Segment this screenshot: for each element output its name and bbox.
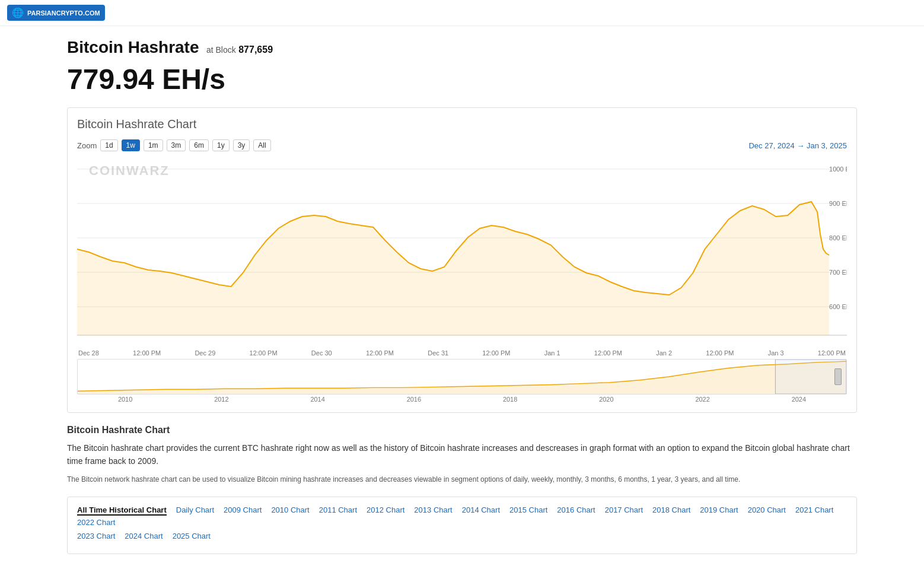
x-label-jan1: Jan 1 <box>544 349 560 357</box>
x-label-jan2: Jan 2 <box>656 349 672 357</box>
link-daily[interactable]: Daily Chart <box>176 505 214 516</box>
zoom-btn-6m[interactable]: 6m <box>189 139 209 151</box>
link-2011[interactable]: 2011 Chart <box>319 505 357 516</box>
svg-text:700 EH/s: 700 EH/s <box>829 269 847 276</box>
x-label-noon3: 12:00 PM <box>366 349 394 357</box>
x-label-noon6: 12:00 PM <box>706 349 734 357</box>
x-axis-labels: Dec 28 12:00 PM Dec 29 12:00 PM Dec 30 1… <box>77 349 847 357</box>
chart-links-row2: 2023 Chart 2024 Chart 2025 Chart <box>77 532 847 540</box>
mini-x-2012: 2012 <box>214 396 228 403</box>
link-2019[interactable]: 2019 Chart <box>700 505 738 516</box>
zoom-btn-3y[interactable]: 3y <box>233 139 250 151</box>
date-range-end: Jan 3, 2025 <box>807 141 847 150</box>
zoom-btn-1d[interactable]: 1d <box>100 139 117 151</box>
link-2010[interactable]: 2010 Chart <box>271 505 309 516</box>
link-2024[interactable]: 2024 Chart <box>125 532 163 540</box>
page-title: Bitcoin Hashrate <box>67 38 199 56</box>
link-2015[interactable]: 2015 Chart <box>509 505 547 516</box>
logo-bar: 🌐 PARSIANCRYPTO.COM <box>0 0 924 26</box>
date-range-start: Dec 27, 2024 <box>748 141 794 150</box>
link-all-time[interactable]: All Time Historical Chart <box>77 505 167 516</box>
x-label-dec31: Dec 31 <box>428 349 448 357</box>
block-number: 877,659 <box>238 44 273 55</box>
zoom-label: Zoom <box>77 141 97 150</box>
x-label-noon1: 12:00 PM <box>133 349 161 357</box>
logo-text: PARSIANCRYPTO.COM <box>27 9 100 17</box>
desc-paragraph1: The Bitcoin hashrate chart provides the … <box>67 441 857 468</box>
main-chart: 1000 EH/s 900 EH/s 800 EH/s 700 EH/s 600… <box>77 157 847 347</box>
mini-x-2010: 2010 <box>118 396 132 403</box>
link-2009[interactable]: 2009 Chart <box>224 505 262 516</box>
x-label-jan3: Jan 3 <box>768 349 784 357</box>
globe-icon: 🌐 <box>12 7 24 18</box>
link-2021[interactable]: 2021 Chart <box>795 505 833 516</box>
svg-text:900 EH/s: 900 EH/s <box>829 200 847 207</box>
link-2013[interactable]: 2013 Chart <box>414 505 452 516</box>
x-label-noon2: 12:00 PM <box>250 349 278 357</box>
x-label-dec28: Dec 28 <box>78 349 99 357</box>
x-label-noon4: 12:00 PM <box>482 349 510 357</box>
mini-x-2016: 2016 <box>407 396 421 403</box>
link-2025[interactable]: 2025 Chart <box>173 532 211 540</box>
x-label-noon5: 12:00 PM <box>594 349 622 357</box>
block-label: at Block <box>206 45 236 55</box>
chart-links-section: All Time Historical Chart Daily Chart 20… <box>67 497 857 554</box>
x-label-dec30: Dec 30 <box>311 349 332 357</box>
mini-chart-handle[interactable] <box>834 368 842 385</box>
desc-paragraph2: The Bitcoin network hashrate chart can b… <box>67 474 857 485</box>
zoom-btn-1w[interactable]: 1w <box>122 139 140 151</box>
zoom-btn-1y[interactable]: 1y <box>212 139 230 151</box>
chart-section-title: Bitcoin Hashrate Chart <box>77 117 847 131</box>
zoom-btn-all[interactable]: All <box>253 139 270 151</box>
link-2020[interactable]: 2020 Chart <box>748 505 786 516</box>
mini-x-2022: 2022 <box>695 396 709 403</box>
zoom-btn-1m[interactable]: 1m <box>144 139 163 151</box>
link-2016[interactable]: 2016 Chart <box>557 505 595 516</box>
mini-x-2020: 2020 <box>599 396 613 403</box>
date-range-arrow: → <box>796 141 804 150</box>
svg-text:800 EH/s: 800 EH/s <box>829 234 847 241</box>
x-label-noon7: 12:00 PM <box>818 349 846 357</box>
link-2023[interactable]: 2023 Chart <box>77 532 115 540</box>
desc-title: Bitcoin Hashrate Chart <box>67 425 857 435</box>
svg-text:1000 EH/s: 1000 EH/s <box>829 166 847 173</box>
link-2014[interactable]: 2014 Chart <box>462 505 500 516</box>
mini-x-2018: 2018 <box>503 396 517 403</box>
zoom-btn-3m[interactable]: 3m <box>167 139 186 151</box>
date-range: Dec 27, 2024 → Jan 3, 2025 <box>748 141 847 150</box>
x-label-dec29: Dec 29 <box>195 349 215 357</box>
hashrate-value: 779.94 EH/s <box>67 63 857 96</box>
link-2018[interactable]: 2018 Chart <box>652 505 690 516</box>
link-2012[interactable]: 2012 Chart <box>367 505 404 516</box>
logo-badge[interactable]: 🌐 PARSIANCRYPTO.COM <box>7 5 105 21</box>
mini-x-2014: 2014 <box>310 396 324 403</box>
link-2017[interactable]: 2017 Chart <box>605 505 643 516</box>
chart-links-row1: All Time Historical Chart Daily Chart 20… <box>77 505 847 527</box>
description-section: Bitcoin Hashrate Chart The Bitcoin hashr… <box>67 425 857 485</box>
svg-text:600 EH/s: 600 EH/s <box>829 303 847 310</box>
chart-section: Bitcoin Hashrate Chart Zoom 1d 1w 1m 3m … <box>67 107 857 413</box>
mini-chart[interactable] <box>77 359 847 395</box>
mini-x-2024: 2024 <box>792 396 806 403</box>
link-2022[interactable]: 2022 Chart <box>77 518 115 527</box>
mini-x-labels: 2010 2012 2014 2016 2018 2020 2022 2024 <box>77 396 847 403</box>
